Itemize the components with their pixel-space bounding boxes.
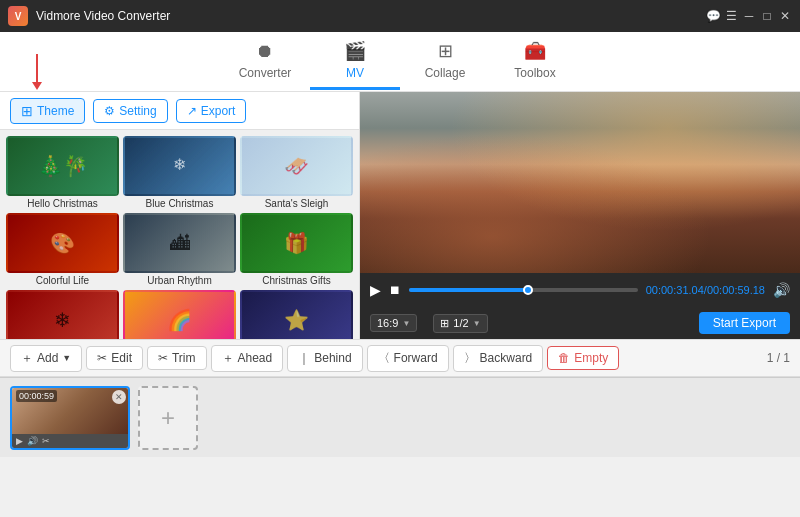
ahead-label: Ahead [238,351,273,365]
toolbox-icon: 🧰 [524,40,546,62]
collage-icon: ⊞ [438,40,453,62]
edit-button[interactable]: ✂ Edit [86,346,143,370]
stop-button[interactable]: ⏹ [389,283,401,297]
ratio-select[interactable]: 16:9 ▼ [370,314,417,332]
empty-button[interactable]: 🗑 Empty [547,346,619,370]
app-logo: V [8,6,28,26]
tab-toolbox-label: Toolbox [514,66,555,80]
progress-handle[interactable] [523,285,533,295]
progress-bar[interactable] [409,288,638,292]
main-area: ⊞ Theme ⚙ Setting ↗ Export 🎄🎋 Hello Chri… [0,92,800,339]
setting-icon: ⚙ [104,104,115,118]
behind-icon: ｜ [298,350,310,367]
tab-converter[interactable]: ⏺ Converter [220,34,310,90]
add-button[interactable]: ＋ Add ▼ [10,345,82,372]
theme-item-christmas-gifts[interactable]: 🎁 Christmas Gifts [240,213,353,286]
ahead-button[interactable]: ＋ Ahead [211,345,284,372]
add-arrow: ▼ [62,353,71,363]
start-export-button[interactable]: Start Export [699,312,790,334]
maximize-button[interactable]: □ [760,9,774,23]
theme-item-urban-rhythm[interactable]: 🏙 Urban Rhythm [123,213,236,286]
tab-mv-label: MV [346,66,364,80]
thumb-ornament-4: 🏙 [125,215,234,271]
tab-mv[interactable]: 🎬 MV [310,34,400,90]
backward-icon: 〉 [464,350,476,367]
thumb-ornament-1: ❄ [125,138,234,194]
timeline-area: 00:00:59 ▶ 🔊 ✂ ✕ + [0,377,800,457]
backward-label: Backward [480,351,533,365]
theme-item-santas-sleigh[interactable]: 🛷 Santa's Sleigh [240,136,353,209]
theme-button[interactable]: ⊞ Theme [10,98,85,124]
theme-label-0: Hello Christmas [27,198,98,209]
theme-item-circle-world[interactable]: 🌈 Circle World [123,290,236,339]
export-button[interactable]: ↗ Export [176,99,247,123]
theme-grid: 🎄🎋 Hello Christmas ❄ Blue Christmas 🛷 Sa… [0,130,359,339]
theme-label-3: Colorful Life [36,275,89,286]
tl-cut-icon[interactable]: ✂ [42,436,50,446]
behind-button[interactable]: ｜ Behind [287,345,362,372]
forward-button[interactable]: 〈 Forward [367,345,449,372]
export-label: Export [201,104,236,118]
title-bar: V Vidmore Video Converter 💬 ☰ ─ □ ✕ [0,0,800,32]
theme-label-1: Blue Christmas [146,198,214,209]
add-label: Add [37,351,58,365]
timeline-time: 00:00:59 [16,390,57,402]
timeline-item-0[interactable]: 00:00:59 ▶ 🔊 ✂ ✕ [10,386,130,450]
tab-converter-label: Converter [239,66,292,80]
theme-item-shining-star[interactable]: ⭐ Shining Star [240,290,353,339]
tab-toolbox[interactable]: 🧰 Toolbox [490,34,580,90]
trim-label: Trim [172,351,196,365]
thumb-ornament-6: ❄ [8,292,117,339]
trim-button[interactable]: ✂ Trim [147,346,207,370]
thumb-ornament-2: 🛷 [242,138,351,194]
theme-item-blue-christmas[interactable]: ❄ Blue Christmas [123,136,236,209]
theme-label-5: Christmas Gifts [262,275,330,286]
tl-vol-icon[interactable]: 🔊 [27,436,38,446]
volume-icon[interactable]: 🔊 [773,282,790,298]
setting-button[interactable]: ⚙ Setting [93,99,167,123]
scale-arrow-icon: ▼ [473,319,481,328]
forward-icon: 〈 [378,350,390,367]
close-button[interactable]: ✕ [778,9,792,23]
chat-button[interactable]: 💬 [706,9,720,23]
sub-toolbar: ⊞ Theme ⚙ Setting ↗ Export [0,92,359,130]
arrow-indicator [32,54,42,90]
thumb-ornament-8: ⭐ [242,292,351,339]
scale-value: 1/2 [453,317,468,329]
timeline-thumb: 00:00:59 [12,388,128,434]
ahead-icon: ＋ [222,350,234,367]
right-panel: ▶ ⏹ 00:00:31.04/00:00:59.18 🔊 16:9 ▼ ⊞ 1… [360,92,800,339]
app-title: Vidmore Video Converter [36,9,706,23]
theme-label-4: Urban Rhythm [147,275,211,286]
mv-icon: 🎬 [344,40,366,62]
theme-item-colorful-life[interactable]: 🎨 Colorful Life [6,213,119,286]
progress-fill [409,288,528,292]
export-icon: ↗ [187,104,197,118]
thumb-ornament-5: 🎁 [242,215,351,271]
edit-icon: ✂ [97,351,107,365]
timeline-close-button[interactable]: ✕ [112,390,126,404]
behind-label: Behind [314,351,351,365]
time-display: 00:00:31.04/00:00:59.18 [646,284,765,296]
play-button[interactable]: ▶ [370,282,381,298]
backward-button[interactable]: 〉 Backward [453,345,544,372]
timeline-controls: ▶ 🔊 ✂ [12,434,128,448]
time-current: 00:00:31.04 [646,284,704,296]
converter-icon: ⏺ [256,41,274,62]
export-row: 16:9 ▼ ⊞ 1/2 ▼ Start Export [360,307,800,339]
scale-select[interactable]: ⊞ 1/2 ▼ [433,314,487,333]
minimize-button[interactable]: ─ [742,9,756,23]
controls-bar: ▶ ⏹ 00:00:31.04/00:00:59.18 🔊 [360,273,800,307]
tab-collage[interactable]: ⊞ Collage [400,34,490,90]
tab-collage-label: Collage [425,66,466,80]
tl-play-icon[interactable]: ▶ [16,436,23,446]
theme-item-snowflake[interactable]: ❄ Snowflake [6,290,119,339]
thumb-ornament-7: 🌈 [125,292,234,339]
menu-button[interactable]: ☰ [724,9,738,23]
theme-item-hello-christmas[interactable]: 🎄🎋 Hello Christmas [6,136,119,209]
timeline-add-button[interactable]: + [138,386,198,450]
thumb-ornament-0: 🎄🎋 [8,138,117,194]
add-icon: ＋ [21,350,33,367]
forward-label: Forward [394,351,438,365]
empty-icon: 🗑 [558,351,570,365]
